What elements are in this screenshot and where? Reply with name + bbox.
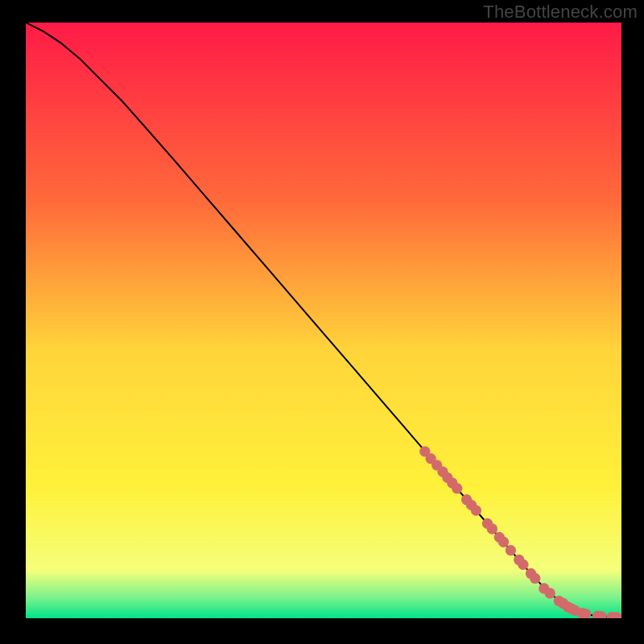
marker-dot	[471, 505, 481, 515]
marker-dot	[498, 537, 509, 547]
marker-dot	[506, 545, 516, 555]
marker-dot	[487, 523, 497, 534]
gradient-background	[26, 23, 621, 618]
marker-dot	[452, 483, 462, 493]
marker-dot	[530, 573, 540, 584]
watermark-text: TheBottleneck.com	[483, 2, 638, 23]
marker-dot	[545, 588, 555, 598]
chart-svg	[26, 23, 621, 618]
plot-area	[26, 23, 621, 618]
marker-dot	[518, 559, 528, 570]
chart-stage: TheBottleneck.com	[0, 0, 644, 644]
